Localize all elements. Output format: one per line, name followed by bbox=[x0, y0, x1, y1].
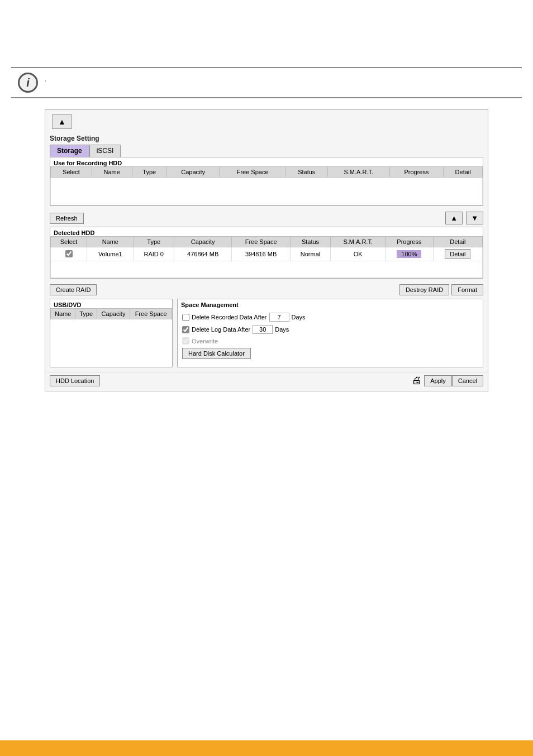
delete-recorded-row: Delete Recorded Data After Days bbox=[182, 313, 478, 322]
delete-log-row: Delete Log Data After Days bbox=[182, 325, 478, 334]
col-name: Name bbox=[92, 167, 132, 178]
usb-dvd-section: USB/DVD Name Type Capacity Free Space bbox=[50, 299, 173, 367]
space-management-title: Space Management bbox=[181, 302, 479, 308]
col-status: Status bbox=[285, 167, 327, 178]
usb-dvd-table: Name Type Capacity Free Space bbox=[50, 308, 172, 353]
det-col-name: Name bbox=[87, 237, 134, 247]
det-col-free-space: Free Space bbox=[232, 237, 290, 247]
up-arrow-button[interactable]: ▲ bbox=[52, 114, 72, 129]
use-for-recording-title: Use for Recording HDD bbox=[54, 160, 479, 166]
row-smart: OK bbox=[331, 247, 386, 261]
delete-recorded-days-label: Days bbox=[292, 314, 306, 320]
det-col-detail: Detail bbox=[433, 237, 482, 247]
usb-col-name: Name bbox=[51, 309, 75, 319]
orange-bar bbox=[0, 740, 533, 756]
refresh-button[interactable]: Refresh bbox=[50, 213, 84, 224]
use-for-recording-section: Use for Recording HDD Select Name Type C… bbox=[50, 157, 483, 206]
detected-hdd-section: Detected HDD Select Name Type Capacity F… bbox=[50, 227, 483, 279]
det-col-select: Select bbox=[51, 237, 87, 247]
row-name: Volume1 bbox=[87, 247, 134, 261]
delete-recorded-days-input[interactable] bbox=[269, 313, 289, 322]
delete-log-days-label: Days bbox=[275, 326, 289, 333]
tab-bar: Storage iSCSI bbox=[45, 145, 488, 157]
info-icon: i bbox=[18, 73, 38, 93]
storage-setting-title: Storage Setting bbox=[45, 133, 488, 145]
col-type: Type bbox=[132, 167, 166, 178]
col-select: Select bbox=[51, 167, 92, 178]
progress-badge: 100% bbox=[397, 250, 421, 258]
usb-col-capacity: Capacity bbox=[97, 309, 130, 319]
use-for-recording-table: Select Name Type Capacity Free Space Sta… bbox=[50, 166, 483, 205]
format-button[interactable]: Format bbox=[451, 284, 483, 295]
col-smart: S.M.A.R.T. bbox=[327, 167, 389, 178]
nav-down-button[interactable]: ▼ bbox=[466, 212, 483, 224]
refresh-row: Refresh ▲ ▼ bbox=[45, 209, 488, 227]
up-arrow-row: ▲ bbox=[45, 110, 488, 133]
usb-col-type: Type bbox=[75, 309, 97, 319]
destroy-raid-button[interactable]: Destroy RAID bbox=[399, 284, 449, 295]
space-management-content: Delete Recorded Data After Days Delete L… bbox=[178, 308, 483, 367]
row-progress: 100% bbox=[386, 247, 433, 261]
hdd-location-button[interactable]: HDD Location bbox=[50, 375, 100, 386]
printer-icon: 🖨 bbox=[412, 375, 422, 386]
empty-row-1 bbox=[51, 178, 483, 205]
overwrite-row: Overwrite bbox=[182, 337, 478, 344]
main-container: ▲ Storage Setting Storage iSCSI Use for … bbox=[45, 109, 488, 391]
delete-log-label: Delete Log Data After bbox=[192, 326, 250, 333]
detail-button[interactable]: Detail bbox=[445, 249, 470, 259]
overwrite-label: Overwrite bbox=[192, 338, 218, 344]
hard-disk-calculator-button[interactable]: Hard Disk Calculator bbox=[182, 348, 251, 359]
create-raid-button[interactable]: Create RAID bbox=[50, 284, 97, 295]
calculator-row: Hard Disk Calculator bbox=[182, 348, 478, 359]
row-checkbox[interactable] bbox=[65, 250, 73, 257]
raid-buttons-row: Create RAID Destroy RAID Format bbox=[45, 281, 488, 299]
col-free-space: Free Space bbox=[220, 167, 285, 178]
detected-hdd-title: Detected HDD bbox=[54, 229, 479, 236]
usb-col-free-space: Free Space bbox=[130, 309, 172, 319]
tab-iscsi[interactable]: iSCSI bbox=[89, 145, 121, 157]
col-detail: Detail bbox=[444, 167, 483, 178]
info-bar: i ' bbox=[11, 67, 522, 98]
bottom-row: USB/DVD Name Type Capacity Free Space Sp… bbox=[50, 299, 483, 367]
empty-row-2 bbox=[51, 261, 483, 278]
table-row: Volume1 RAID 0 476864 MB 394816 MB Norma… bbox=[51, 247, 483, 261]
usb-empty-row bbox=[51, 319, 172, 353]
space-management-section: Space Management Delete Recorded Data Af… bbox=[177, 299, 483, 367]
det-col-type: Type bbox=[134, 237, 174, 247]
det-col-capacity: Capacity bbox=[174, 237, 232, 247]
row-checkbox-cell[interactable] bbox=[51, 247, 87, 261]
row-type: RAID 0 bbox=[134, 247, 174, 261]
apply-button[interactable]: Apply bbox=[424, 375, 452, 386]
info-text: ' bbox=[45, 79, 46, 86]
delete-log-days-input[interactable] bbox=[253, 325, 273, 334]
row-status: Normal bbox=[290, 247, 330, 261]
overwrite-checkbox[interactable] bbox=[182, 337, 189, 344]
usb-dvd-title: USB/DVD bbox=[54, 302, 169, 308]
det-col-smart: S.M.A.R.T. bbox=[331, 237, 386, 247]
cancel-button[interactable]: Cancel bbox=[452, 375, 483, 386]
delete-log-checkbox[interactable] bbox=[182, 326, 189, 333]
col-capacity: Capacity bbox=[166, 167, 220, 178]
delete-recorded-label: Delete Recorded Data After bbox=[192, 314, 267, 320]
detected-hdd-table: Select Name Type Capacity Free Space Sta… bbox=[50, 236, 483, 278]
delete-recorded-checkbox[interactable] bbox=[182, 314, 189, 321]
footer-row: HDD Location 🖨 Apply Cancel bbox=[45, 372, 488, 389]
det-col-status: Status bbox=[290, 237, 330, 247]
col-progress: Progress bbox=[389, 167, 444, 178]
nav-up-button[interactable]: ▲ bbox=[445, 212, 463, 224]
tab-storage[interactable]: Storage bbox=[50, 145, 89, 157]
det-col-progress: Progress bbox=[386, 237, 433, 247]
row-free-space: 394816 MB bbox=[232, 247, 290, 261]
row-capacity: 476864 MB bbox=[174, 247, 232, 261]
row-detail-cell[interactable]: Detail bbox=[433, 247, 482, 261]
